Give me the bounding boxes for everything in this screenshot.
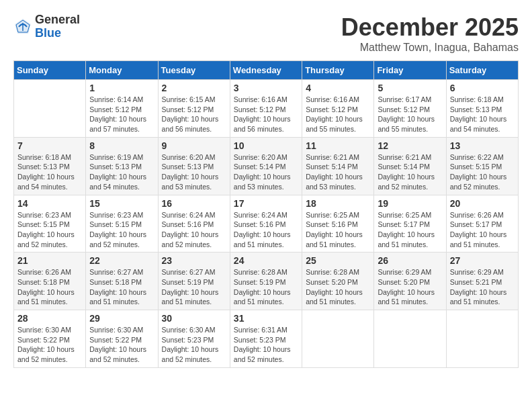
- calendar-cell: 12Sunrise: 6:21 AM Sunset: 5:14 PM Dayli…: [374, 137, 446, 195]
- day-number: 8: [89, 140, 154, 151]
- day-number: 28: [17, 313, 82, 324]
- day-info: Sunrise: 6:25 AM Sunset: 5:16 PM Dayligh…: [306, 210, 370, 250]
- day-number: 6: [450, 83, 515, 93]
- day-info: Sunrise: 6:28 AM Sunset: 5:19 PM Dayligh…: [234, 267, 298, 307]
- day-number: 7: [17, 140, 82, 151]
- days-header-row: SundayMondayTuesdayWednesdayThursdayFrid…: [14, 61, 519, 80]
- day-info: Sunrise: 6:24 AM Sunset: 5:16 PM Dayligh…: [234, 210, 298, 250]
- logo-text: General Blue: [35, 13, 80, 40]
- day-number: 22: [89, 255, 154, 266]
- day-number: 30: [162, 313, 226, 324]
- day-info: Sunrise: 6:29 AM Sunset: 5:20 PM Dayligh…: [378, 267, 442, 307]
- day-info: Sunrise: 6:22 AM Sunset: 5:15 PM Dayligh…: [450, 152, 515, 192]
- day-header-wednesday: Wednesday: [230, 61, 302, 80]
- calendar-cell: [446, 310, 518, 368]
- day-header-saturday: Saturday: [446, 61, 518, 80]
- calendar-cell: 22Sunrise: 6:27 AM Sunset: 5:18 PM Dayli…: [86, 253, 158, 310]
- day-info: Sunrise: 6:18 AM Sunset: 5:13 PM Dayligh…: [17, 152, 82, 192]
- day-header-friday: Friday: [374, 61, 446, 80]
- calendar-cell: 10Sunrise: 6:20 AM Sunset: 5:14 PM Dayli…: [230, 137, 302, 195]
- calendar-cell: 18Sunrise: 6:25 AM Sunset: 5:16 PM Dayli…: [302, 195, 374, 253]
- day-info: Sunrise: 6:21 AM Sunset: 5:14 PM Dayligh…: [306, 152, 370, 192]
- calendar-cell: 7Sunrise: 6:18 AM Sunset: 5:13 PM Daylig…: [14, 137, 86, 195]
- calendar-cell: 30Sunrise: 6:30 AM Sunset: 5:23 PM Dayli…: [158, 310, 230, 368]
- day-number: 5: [378, 83, 442, 93]
- day-number: 21: [17, 255, 82, 266]
- day-number: 17: [234, 198, 298, 209]
- logo-blue: Blue: [35, 27, 80, 40]
- calendar-cell: 29Sunrise: 6:30 AM Sunset: 5:22 PM Dayli…: [86, 310, 158, 368]
- day-info: Sunrise: 6:24 AM Sunset: 5:16 PM Dayligh…: [162, 210, 226, 250]
- calendar-cell: [14, 80, 86, 138]
- day-info: Sunrise: 6:27 AM Sunset: 5:18 PM Dayligh…: [89, 267, 154, 307]
- calendar-cell: 6Sunrise: 6:18 AM Sunset: 5:13 PM Daylig…: [446, 80, 518, 138]
- calendar-cell: 3Sunrise: 6:16 AM Sunset: 5:12 PM Daylig…: [230, 80, 302, 138]
- day-info: Sunrise: 6:19 AM Sunset: 5:13 PM Dayligh…: [89, 152, 154, 192]
- day-header-thursday: Thursday: [302, 61, 374, 80]
- day-info: Sunrise: 6:30 AM Sunset: 5:22 PM Dayligh…: [17, 325, 82, 365]
- calendar-cell: 27Sunrise: 6:29 AM Sunset: 5:21 PM Dayli…: [446, 253, 518, 310]
- logo-general: General: [35, 13, 80, 27]
- calendar-cell: 17Sunrise: 6:24 AM Sunset: 5:16 PM Dayli…: [230, 195, 302, 253]
- day-number: 16: [162, 198, 226, 209]
- calendar-cell: 31Sunrise: 6:31 AM Sunset: 5:23 PM Dayli…: [230, 310, 302, 368]
- day-info: Sunrise: 6:16 AM Sunset: 5:12 PM Dayligh…: [234, 95, 298, 134]
- week-row-1: 1Sunrise: 6:14 AM Sunset: 5:12 PM Daylig…: [14, 80, 519, 138]
- day-info: Sunrise: 6:30 AM Sunset: 5:23 PM Dayligh…: [162, 325, 226, 365]
- day-number: 3: [234, 83, 298, 93]
- day-info: Sunrise: 6:14 AM Sunset: 5:12 PM Dayligh…: [89, 95, 154, 134]
- calendar-cell: 5Sunrise: 6:17 AM Sunset: 5:12 PM Daylig…: [374, 80, 446, 138]
- location: Matthew Town, Inagua, Bahamas: [341, 42, 519, 54]
- calendar-cell: 1Sunrise: 6:14 AM Sunset: 5:12 PM Daylig…: [86, 80, 158, 138]
- day-info: Sunrise: 6:25 AM Sunset: 5:17 PM Dayligh…: [378, 210, 442, 250]
- calendar-cell: 24Sunrise: 6:28 AM Sunset: 5:19 PM Dayli…: [230, 253, 302, 310]
- page-header: General Blue December 2025 Matthew Town,…: [13, 13, 519, 54]
- calendar-cell: 26Sunrise: 6:29 AM Sunset: 5:20 PM Dayli…: [374, 253, 446, 310]
- day-info: Sunrise: 6:16 AM Sunset: 5:12 PM Dayligh…: [306, 95, 370, 134]
- calendar-cell: 8Sunrise: 6:19 AM Sunset: 5:13 PM Daylig…: [86, 137, 158, 195]
- day-info: Sunrise: 6:17 AM Sunset: 5:12 PM Dayligh…: [378, 95, 442, 134]
- day-info: Sunrise: 6:21 AM Sunset: 5:14 PM Dayligh…: [378, 152, 442, 192]
- day-header-monday: Monday: [86, 61, 158, 80]
- day-header-tuesday: Tuesday: [158, 61, 230, 80]
- day-number: 13: [450, 140, 515, 151]
- day-info: Sunrise: 6:23 AM Sunset: 5:15 PM Dayligh…: [89, 210, 154, 250]
- day-number: 19: [378, 198, 442, 209]
- day-number: 15: [89, 198, 154, 209]
- day-number: 26: [378, 255, 442, 266]
- calendar-cell: 2Sunrise: 6:15 AM Sunset: 5:12 PM Daylig…: [158, 80, 230, 138]
- day-info: Sunrise: 6:27 AM Sunset: 5:19 PM Dayligh…: [162, 267, 226, 307]
- day-number: 23: [162, 255, 226, 266]
- day-number: 25: [306, 255, 370, 266]
- calendar-cell: 19Sunrise: 6:25 AM Sunset: 5:17 PM Dayli…: [374, 195, 446, 253]
- day-info: Sunrise: 6:20 AM Sunset: 5:14 PM Dayligh…: [234, 152, 298, 192]
- week-row-3: 14Sunrise: 6:23 AM Sunset: 5:15 PM Dayli…: [14, 195, 519, 253]
- day-number: 14: [17, 198, 82, 209]
- calendar-cell: 28Sunrise: 6:30 AM Sunset: 5:22 PM Dayli…: [14, 310, 86, 368]
- calendar-cell: [302, 310, 374, 368]
- calendar-cell: 14Sunrise: 6:23 AM Sunset: 5:15 PM Dayli…: [14, 195, 86, 253]
- day-info: Sunrise: 6:20 AM Sunset: 5:13 PM Dayligh…: [162, 152, 226, 192]
- day-info: Sunrise: 6:18 AM Sunset: 5:13 PM Dayligh…: [450, 95, 515, 134]
- calendar-table: SundayMondayTuesdayWednesdayThursdayFrid…: [13, 60, 519, 368]
- logo-icon: [13, 17, 32, 36]
- day-number: 9: [162, 140, 226, 151]
- day-number: 11: [306, 140, 370, 151]
- calendar-cell: 20Sunrise: 6:26 AM Sunset: 5:17 PM Dayli…: [446, 195, 518, 253]
- day-info: Sunrise: 6:26 AM Sunset: 5:17 PM Dayligh…: [450, 210, 515, 250]
- day-number: 31: [234, 313, 298, 324]
- calendar-cell: 15Sunrise: 6:23 AM Sunset: 5:15 PM Dayli…: [86, 195, 158, 253]
- calendar-cell: [374, 310, 446, 368]
- calendar-cell: 11Sunrise: 6:21 AM Sunset: 5:14 PM Dayli…: [302, 137, 374, 195]
- calendar-cell: 25Sunrise: 6:28 AM Sunset: 5:20 PM Dayli…: [302, 253, 374, 310]
- day-number: 2: [162, 83, 226, 93]
- logo: General Blue: [13, 13, 80, 40]
- day-number: 20: [450, 198, 515, 209]
- day-info: Sunrise: 6:15 AM Sunset: 5:12 PM Dayligh…: [162, 95, 226, 134]
- day-header-sunday: Sunday: [14, 61, 86, 80]
- day-number: 18: [306, 198, 370, 209]
- calendar-cell: 21Sunrise: 6:26 AM Sunset: 5:18 PM Dayli…: [14, 253, 86, 310]
- day-number: 12: [378, 140, 442, 151]
- day-info: Sunrise: 6:29 AM Sunset: 5:21 PM Dayligh…: [450, 267, 515, 307]
- day-info: Sunrise: 6:31 AM Sunset: 5:23 PM Dayligh…: [234, 325, 298, 365]
